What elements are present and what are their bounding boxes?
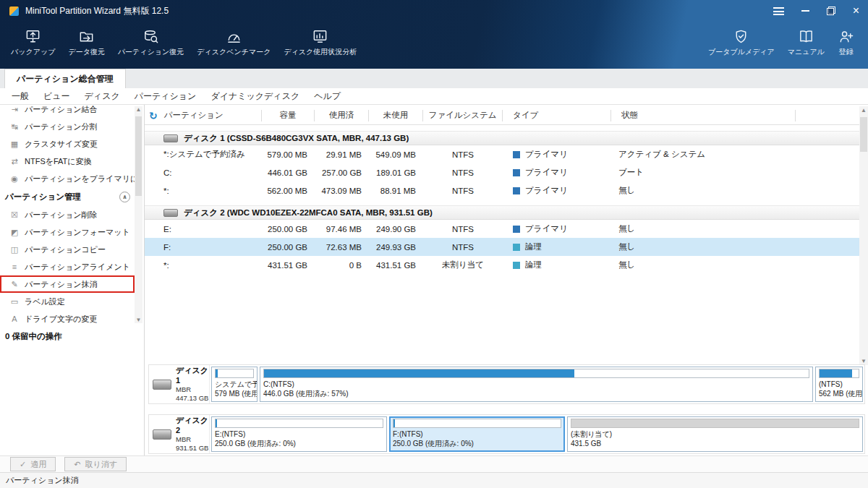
collapse-chevron-icon[interactable]: ∧: [119, 192, 130, 202]
column-partition: パーティション: [164, 110, 224, 121]
restore-button[interactable]: [827, 7, 835, 15]
disk-size: 931.51 GB: [176, 444, 209, 453]
backup-icon: [25, 28, 41, 45]
sidebar-item-change-cluster-size[interactable]: ▦ クラスタサイズ変更: [0, 135, 135, 153]
diskmap-block-c-drive[interactable]: C:(NTFS) 446.0 GB (使用済み: 57%): [260, 367, 813, 402]
tab-strip: パーティション総合管理: [0, 69, 868, 88]
sidebar-item-change-drive-letter[interactable]: A ドライブ文字の変更: [0, 310, 135, 328]
manual-icon: [798, 28, 814, 45]
toolbar-backup[interactable]: バックアップ: [4, 25, 61, 59]
sidebar-item-delete-partition[interactable]: ☒ パーティション削除: [0, 206, 135, 223]
wipe-partition-icon: ✎: [9, 280, 20, 289]
menu-bar: 一般 ビュー ディスク パーティション ダイナミックディスク ヘルプ: [0, 88, 868, 105]
diskmap-disk1-info[interactable]: ディスク 1 MBR 447.13 GB: [149, 365, 210, 403]
column-status: 状態: [611, 110, 796, 121]
align-partition-icon: ≡: [9, 262, 20, 271]
usage-bar: [263, 369, 809, 378]
partition-row-unallocated[interactable]: *: 431.51 GB 0 B 431.51 GB 未割り当て 論理 無し: [145, 256, 859, 274]
toolbar-register[interactable]: 登録: [831, 25, 861, 59]
sidebar-item-set-primary[interactable]: ◉ パーティションをプライマリに設定: [0, 170, 135, 187]
hdd-icon: [153, 380, 171, 390]
sidebar-item-partition-alignment[interactable]: ≡ パーティションアライメント: [0, 258, 135, 275]
minimize-button[interactable]: [801, 10, 809, 12]
usage-bar: [571, 419, 859, 428]
scrollbar-thumb[interactable]: [860, 117, 867, 152]
diskmap-block-f-drive[interactable]: F:(NTFS) 250.0 GB (使用済み: 0%): [389, 416, 565, 452]
diskmap-disk1: ディスク 1 MBR 447.13 GB システムで予約 579 MB (使用: [148, 364, 865, 404]
toolbar-partition-recovery[interactable]: パーティション復元: [111, 25, 190, 59]
type-color-swatch: [513, 151, 520, 158]
type-color-swatch: [513, 169, 520, 176]
type-color-swatch: [513, 226, 520, 233]
column-filesystem: ファイルシステム: [423, 110, 503, 121]
sidebar-item-convert-ntfs-to-fat[interactable]: ⇄ NTFSをFATに変換: [0, 153, 135, 170]
disk-benchmark-icon: [226, 28, 242, 45]
toolbar-disk-benchmark[interactable]: ディスクベンチマーク: [190, 25, 277, 59]
scroll-down-icon[interactable]: ▼: [859, 358, 868, 364]
table-scrollbar[interactable]: ▲ ▼: [859, 106, 868, 365]
diskmap-disk2-info[interactable]: ディスク 2 MBR 931.51 GB: [149, 415, 210, 453]
sidebar-item-set-label[interactable]: ▭ ラベル設定: [0, 293, 135, 310]
toolbar-data-recovery[interactable]: データ復元: [61, 25, 111, 59]
sidebar-item-format-partition[interactable]: ◩ パーティションフォーマット: [0, 223, 135, 241]
hdd-icon: [153, 429, 171, 440]
menu-view[interactable]: ビュー: [36, 88, 77, 105]
partition-row-c-drive[interactable]: C: 446.01 GB 257.00 GB 189.01 GB NTFS プラ…: [145, 163, 859, 181]
disk1-group-header[interactable]: ディスク 1 (CSSD-S6B480CG3VX SATA, MBR, 447.…: [145, 131, 859, 145]
disk-scheme: MBR: [176, 435, 209, 444]
scroll-up-icon[interactable]: ▲: [859, 107, 868, 114]
convert-ntfs-fat-icon: ⇄: [9, 157, 20, 166]
usage-bar: [819, 369, 859, 378]
toolbar-manual[interactable]: マニュアル: [781, 25, 831, 59]
sidebar-section-partition-management: パーティション管理 ∧: [0, 187, 135, 206]
window-title: MiniTool Partition Wizard 無料版 12.5: [25, 5, 169, 17]
sidebar-scrollbar[interactable]: ▲ ▼: [135, 106, 142, 323]
column-capacity: 容量: [262, 110, 315, 121]
diskmap-block-disk1-other[interactable]: (NTFS) 562 MB (使用: [815, 367, 863, 402]
column-unused: 未使用: [369, 110, 423, 121]
sidebar-item-copy-partition[interactable]: ◫ パーティションコピー: [0, 241, 135, 258]
menu-general[interactable]: 一般: [4, 88, 36, 105]
menu-disk[interactable]: ディスク: [77, 88, 127, 105]
apply-button[interactable]: ✓ 適用: [10, 457, 56, 471]
diskmap-block-unallocated[interactable]: (未割り当て) 431.5 GB: [567, 416, 863, 452]
cluster-size-icon: ▦: [9, 140, 20, 149]
diskmap-block-e-drive[interactable]: E:(NTFS) 250.0 GB (使用済み: 0%): [211, 416, 387, 452]
toolbar-disk-usage-analysis[interactable]: ディスク使用状況分析: [277, 25, 363, 59]
scroll-down-icon[interactable]: ▼: [135, 317, 142, 323]
menu-dynamic-disk[interactable]: ダイナミックディスク: [203, 88, 307, 105]
disk-scheme: MBR: [176, 385, 209, 394]
toolbar-right-group: ブータブルメディア マニュアル 登録: [702, 25, 861, 59]
undo-button[interactable]: ↶ 取り消す: [64, 457, 127, 471]
diskmap-block-system-reserved[interactable]: システムで予約 579 MB (使用: [211, 367, 258, 402]
window-controls: ×: [773, 7, 859, 15]
sidebar-item-wipe-partition[interactable]: ✎ パーティション抹消: [0, 275, 135, 293]
register-icon: [838, 28, 854, 45]
refresh-icon[interactable]: ↻: [149, 111, 158, 121]
main-area: ⇥ パーティション結合 ↹ パーティション分割 ▦ クラスタサイズ変更 ⇄ NT…: [0, 105, 868, 455]
scrollbar-thumb[interactable]: [135, 116, 142, 196]
app-header: MiniTool Partition Wizard 無料版 12.5 × バック…: [0, 0, 868, 69]
close-button[interactable]: ×: [853, 7, 859, 15]
hamburger-menu-icon[interactable]: [773, 7, 784, 15]
partition-row-disk1-other[interactable]: *: 562.00 MB 473.09 MB 88.91 MB NTFS プライ…: [145, 181, 859, 200]
toolbar-bootable-media[interactable]: ブータブルメディア: [702, 25, 781, 59]
column-type: タイプ: [503, 110, 611, 121]
scroll-up-icon[interactable]: ▲: [135, 106, 142, 113]
menu-help[interactable]: ヘルプ: [307, 88, 348, 105]
partition-row-e-drive[interactable]: E: 250.00 GB 97.46 MB 249.90 GB NTFS プライ…: [145, 220, 859, 238]
copy-partition-icon: ◫: [9, 245, 20, 254]
tab-partition-management[interactable]: パーティション総合管理: [4, 69, 126, 88]
action-buttons-bar: ✓ 適用 ↶ 取り消す: [0, 455, 868, 472]
sidebar-item-merge-partition[interactable]: ⇥ パーティション結合: [0, 105, 135, 118]
column-used: 使用済: [315, 110, 369, 121]
partition-row-system-reserved[interactable]: *:システムで予約済み 579.00 MB 29.91 MB 549.09 MB…: [145, 145, 859, 163]
menu-partition[interactable]: パーティション: [127, 88, 204, 105]
partition-row-f-drive[interactable]: F: 250.00 GB 72.63 MB 249.93 GB NTFS 論理 …: [145, 238, 859, 256]
set-primary-icon: ◉: [9, 174, 20, 184]
sidebar-item-split-partition[interactable]: ↹ パーティション分割: [0, 118, 135, 135]
column-filler: [796, 110, 859, 121]
toolbar-label: 登録: [839, 47, 854, 57]
main-toolbar: バックアップ データ復元 パーティション復元 ディスクベンチマーク ディスク使用…: [0, 22, 868, 69]
disk2-group-header[interactable]: ディスク 2 (WDC WD10EZEX-22MFCA0 SATA, MBR, …: [145, 205, 859, 220]
